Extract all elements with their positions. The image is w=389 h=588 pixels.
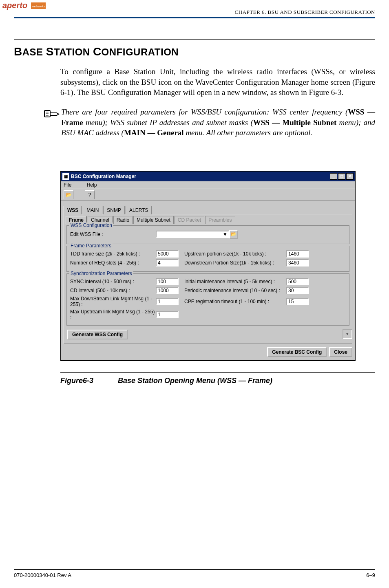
page-number: 6–9: [366, 572, 375, 578]
open-icon[interactable]: 📂: [64, 190, 73, 199]
input-initial-maint[interactable]: [286, 278, 309, 285]
subtab-radio[interactable]: Radio: [113, 216, 133, 224]
input-sync-interval[interactable]: [156, 278, 179, 285]
group-sync-parameters: Synchronization Parameters SYNC interval…: [66, 273, 349, 326]
label-cpe-timeout: CPE registration timeout (1 - 100 min) :: [184, 299, 286, 304]
browse-icon[interactable]: 📂: [229, 230, 238, 239]
svg-text:networks: networks: [32, 4, 45, 8]
subtab-multiple-subnet[interactable]: Multiple Subnet: [133, 216, 174, 224]
input-tdd-frame-size[interactable]: [156, 250, 179, 258]
input-cpe-timeout[interactable]: [286, 298, 309, 305]
footer-rule: [14, 569, 375, 570]
input-req-slots[interactable]: [156, 259, 179, 266]
label-upstream-portion: Upstream portion size(1k - 10k ticks) :: [184, 251, 286, 257]
chapter-header: CHAPTER 6. BSU AND SUBSCRIBER CONFIGURAT…: [14, 9, 375, 15]
note-text: There are four required parameters for W…: [61, 107, 375, 138]
window-title: BSC Configuration Manager: [71, 174, 330, 179]
brand-logo: aperto networks: [2, 0, 47, 14]
input-max-down-mgmt[interactable]: [156, 298, 179, 305]
label-cd-interval: CD interval (500 - 10k ms) :: [70, 288, 156, 293]
close-button[interactable]: Close: [329, 347, 352, 357]
section-rule: [14, 39, 375, 40]
label-periodic-maint: Periodic maintenance interval (10 - 60 s…: [184, 288, 286, 293]
tab-wss[interactable]: WSS: [64, 206, 82, 214]
minimize-button[interactable]: _: [330, 173, 337, 180]
pointing-hand-icon: [44, 107, 61, 138]
main-tab-strip: WSS MAIN SNMP ALERTS: [64, 205, 352, 214]
subtab-preambles: Preambles: [205, 216, 235, 224]
app-icon: ▦: [62, 173, 69, 180]
label-downstream-portion: Downstream Portion Size(1k - 15k ticks) …: [184, 260, 286, 266]
input-downstream-portion[interactable]: [286, 259, 309, 266]
label-req-slots: Number of REQ slots (4 - 256) :: [70, 260, 156, 266]
menubar: File Help: [61, 181, 355, 189]
header-rule: [14, 17, 375, 18]
input-max-up-mgmt[interactable]: [156, 311, 179, 318]
group-wss-configuration: WSS Configuration Edit WSS File : ▼ 📂: [66, 225, 349, 244]
help-icon[interactable]: ?: [85, 190, 95, 199]
subtab-cd-packet: CD Packet: [175, 216, 204, 224]
intro-paragraph: To configure a Base Station Unit, includ…: [60, 66, 375, 98]
label-initial-maint: Initial maintenance interval (5 - 5k mse…: [184, 279, 286, 284]
scroll-down-icon[interactable]: ▾: [343, 329, 352, 339]
label-sync-interval: SYNC interval (10 - 500 ms) :: [70, 279, 156, 284]
section-title: BASE STATION CONFIGURATION: [14, 45, 375, 58]
bsc-config-window: ▦ BSC Configuration Manager _ □ × File H…: [60, 171, 356, 361]
generate-wss-config-button[interactable]: Generate WSS Config: [67, 330, 128, 339]
menu-help[interactable]: Help: [87, 182, 97, 188]
doc-number: 070-20000340-01 Rev A: [14, 572, 71, 578]
tab-main[interactable]: MAIN: [83, 206, 102, 214]
label-max-down-mgmt: Max DownStream Link Mgmt Msg (1 - 255) :: [70, 296, 156, 307]
figure-rule: [60, 372, 375, 373]
label-edit-wss-file: Edit WSS File :: [70, 231, 156, 237]
close-window-button[interactable]: ×: [346, 173, 354, 180]
group-frame-parameters: Frame Parameters TDD frame size (2k - 25…: [66, 246, 349, 272]
figure-caption: Figure6-3Base Station Opening Menu (WSS …: [60, 377, 375, 385]
input-periodic-maint[interactable]: [286, 287, 309, 294]
edit-wss-file-dropdown[interactable]: [156, 231, 229, 238]
input-upstream-portion[interactable]: [286, 250, 309, 258]
tab-snmp[interactable]: SNMP: [103, 206, 125, 214]
svg-text:aperto: aperto: [2, 1, 27, 10]
input-cd-interval[interactable]: [156, 287, 179, 294]
label-max-up-mgmt: Max Upstream link Mgmt Msg (1 - 255) :: [70, 309, 156, 320]
generate-bsc-config-button[interactable]: Generate BSC Config: [267, 347, 327, 357]
maximize-button[interactable]: □: [338, 173, 345, 180]
menu-file[interactable]: File: [64, 182, 71, 188]
tab-alerts[interactable]: ALERTS: [126, 206, 152, 214]
label-tdd-frame-size: TDD frame size (2k - 25k ticks) :: [70, 251, 156, 257]
